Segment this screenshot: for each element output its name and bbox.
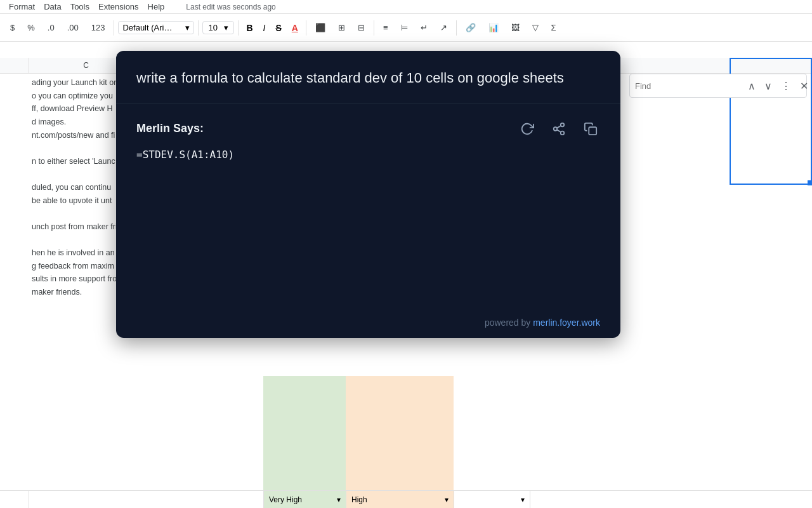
menu-help[interactable]: Help [144,1,169,13]
svg-line-4 [557,126,561,128]
merlin-formula-text: =STDEV.S(A1:A10) [136,149,600,161]
text-color-btn[interactable]: A [288,20,302,36]
merlin-panel: write a formula to calculate standard de… [116,51,620,338]
empty-dropdown[interactable]: ▾ [454,491,530,508]
currency-format-btn[interactable]: $ [5,20,20,35]
more-formats-btn[interactable]: 123 [86,20,110,35]
toolbar: $ % .0 .00 123 Default (Ari… ▾ 10 ▾ B I … [0,14,812,42]
menu-bar: Format Data Tools Extensions Help Last e… [0,0,812,14]
borders-btn[interactable]: ⊞ [333,20,350,35]
find-more-btn[interactable]: ⋮ [778,77,794,95]
find-prev-btn[interactable]: ∧ [745,77,758,95]
toolbar-separator-4 [306,20,306,36]
font-size-selector[interactable]: 10 ▾ [202,21,234,34]
merlin-question-section: write a formula to calculate standard de… [116,51,620,104]
insert-chart-btn[interactable]: 📊 [483,20,504,35]
high-label: High [351,495,367,504]
merlin-says-label: Merlin Says: [136,122,204,135]
valign-btn[interactable]: ⊨ [396,20,413,35]
yellow-column [346,376,454,490]
decimal-decrease-btn[interactable]: .0 [43,20,60,35]
merlin-refresh-btn[interactable] [518,119,537,138]
merge-btn[interactable]: ⊟ [353,20,370,35]
menu-data[interactable]: Data [40,1,65,13]
function-btn[interactable]: Σ [546,20,561,35]
merlin-footer-link[interactable]: merlin.foyer.work [533,318,600,328]
font-size-value: 10 [208,23,217,32]
menu-extensions[interactable]: Extensions [95,1,143,13]
merlin-footer: powered by merlin.foyer.work [116,307,620,338]
high-dropdown[interactable]: High ▾ [346,491,454,508]
font-selector-chevron-icon: ▾ [185,23,190,32]
font-size-chevron-icon: ▾ [224,23,228,32]
strikethrough-btn[interactable]: S [272,20,285,36]
toolbar-separator-1 [114,20,114,36]
merlin-footer-prefix: powered by [485,318,530,328]
insert-image-btn[interactable]: 🖼 [506,20,525,35]
svg-rect-5 [589,127,596,135]
green-column [263,376,346,490]
empty-left-cell [29,491,264,508]
merlin-copy-btn[interactable] [581,119,600,138]
high-chevron-icon: ▾ [445,495,449,504]
row-num-bottom [0,491,29,508]
find-close-btn[interactable]: ✕ [797,77,811,95]
toolbar-separator-2 [198,20,199,36]
svg-line-3 [557,130,561,132]
merlin-share-btn[interactable] [549,119,568,138]
merlin-action-icons [518,119,600,138]
wrap-btn[interactable]: ↵ [416,20,433,35]
font-selector[interactable]: Default (Ari… ▾ [118,21,194,34]
percent-format-btn[interactable]: % [22,20,40,35]
find-bar: ∧ ∨ ⋮ ✕ [629,74,807,98]
toolbar-separator-6 [456,20,457,36]
very-high-dropdown[interactable]: Very High ▾ [264,491,346,508]
rotate-btn[interactable]: ↗ [435,20,452,35]
merlin-question-text: write a formula to calculate standard de… [136,70,564,86]
filter-btn[interactable]: ▽ [527,20,544,35]
font-name-label: Default (Ari… [122,23,172,32]
toolbar-separator-5 [374,20,374,36]
find-input[interactable] [635,81,742,91]
decimal-increase-btn[interactable]: .00 [62,20,84,35]
last-edit-status: Last edit was seconds ago [182,1,279,13]
menu-format[interactable]: Format [5,1,39,13]
menu-tools[interactable]: Tools [67,1,93,13]
align-left-btn[interactable]: ≡ [378,20,393,35]
dropdown-row: Very High ▾ High ▾ ▾ [0,490,812,508]
toolbar-separator-3 [238,20,239,36]
empty-dropdown-chevron-icon: ▾ [521,495,525,504]
merlin-answer-section: Merlin Says: [116,104,620,307]
fill-color-btn[interactable]: ⬛ [310,20,331,35]
row-header-corner [0,58,29,73]
cell-fill-handle[interactable] [808,180,812,185]
insert-link-btn[interactable]: 🔗 [461,20,481,35]
italic-btn[interactable]: I [259,20,270,36]
bold-btn[interactable]: B [242,20,256,36]
merlin-header-row: Merlin Says: [136,119,600,138]
find-next-btn[interactable]: ∨ [762,77,775,95]
very-high-chevron-icon: ▾ [337,495,341,504]
very-high-label: Very High [269,495,302,504]
